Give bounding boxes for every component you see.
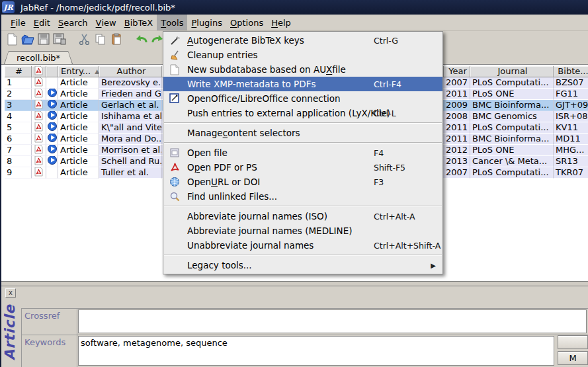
cut-button[interactable] — [77, 32, 93, 48]
undo-icon — [135, 34, 148, 46]
paste-button[interactable] — [108, 32, 124, 48]
keywords-field-wrap: software, metagenome, sequence M — [77, 335, 588, 367]
copy-button[interactable] — [93, 32, 108, 48]
cell-url[interactable] — [46, 111, 58, 122]
column-header-url[interactable] — [46, 66, 58, 77]
keywords-side-button-2[interactable]: M — [558, 351, 588, 365]
copy-icon — [95, 33, 106, 48]
paste-icon — [111, 33, 122, 48]
save-as-icon — [53, 33, 66, 47]
menubar-item-options[interactable]: Options — [226, 15, 267, 30]
menu-item-unabbreviate-journal-names[interactable]: Unabbreviate journal namesCtrl+Alt+Shift… — [163, 238, 442, 253]
save-database-button[interactable] — [36, 32, 52, 48]
title-bar: JR JabRef - /home/jedick/pdf/recoll.bib* — [0, 0, 588, 15]
cell-author: Ishihama et al... — [99, 111, 162, 122]
pdf-link-icon — [34, 100, 43, 111]
cell-url[interactable] — [46, 122, 58, 134]
column-header-pdf[interactable] — [32, 66, 46, 77]
wand-icon — [169, 34, 181, 46]
menu-item-manage-content-selectors[interactable]: Manage content selectors — [163, 126, 442, 140]
close-editor-button[interactable]: x — [5, 288, 16, 298]
crossref-input[interactable] — [78, 309, 587, 333]
menu-item-autogenerate-bibtex-keys[interactable]: Autogenerate BibTeX keysCtrl-G — [163, 33, 442, 48]
column-header-year[interactable]: Year — [444, 66, 470, 77]
cell-author: Gerlach et al. — [99, 100, 162, 111]
cell-journal: BMC Genomics — [470, 111, 554, 122]
entry-editor-panel: x Article Required fieldsOptional fields… — [1, 286, 588, 367]
column-header-entry[interactable]: Entry...▲ — [58, 66, 99, 77]
cell-url[interactable] — [46, 100, 58, 111]
menubar-item-file[interactable]: File — [7, 15, 30, 30]
undo-button[interactable] — [134, 32, 149, 48]
menubar-item-view[interactable]: View — [92, 15, 120, 30]
menu-item-open-file[interactable]: Open fileF4 — [163, 145, 442, 160]
menu-shortcut: F3 — [374, 177, 384, 187]
cell-pdf[interactable] — [32, 111, 46, 122]
cell-journal: PLoS ONE — [470, 89, 554, 100]
keywords-side-button-1[interactable] — [558, 335, 588, 349]
horizontal-splitter[interactable] — [1, 281, 588, 286]
column-header-journal[interactable]: Journal — [470, 66, 554, 77]
menubar-item-tools[interactable]: Tools — [157, 15, 187, 30]
bibtex-source-icon — [21, 295, 31, 306]
keywords-label: Keywords — [22, 335, 77, 367]
cell-journal: PLoS ONE — [470, 145, 554, 156]
cell-key: BZS07 — [554, 77, 588, 89]
menubar-item-bibtex[interactable]: BibTeX — [120, 15, 157, 30]
sort-ascending-icon: ▲ — [95, 66, 99, 77]
keywords-input[interactable]: software, metagenome, sequence — [78, 336, 554, 366]
cell-url[interactable] — [46, 156, 58, 167]
cell-pdf[interactable] — [32, 134, 46, 145]
editor-tab-inner: Optional fields — [24, 292, 40, 308]
cell-key: MHG... — [554, 145, 588, 156]
menu-item-find-unlinked-files[interactable]: Find unlinked Files... — [163, 189, 442, 204]
cell-entry: Article — [58, 100, 99, 111]
pdf-link-icon — [34, 156, 43, 167]
database-tab[interactable]: recoll.bib* — [4, 51, 73, 64]
menu-item-write-xmp-metadata-to-pdfs[interactable]: Write XMP-metadata to PDFsCtrl-F4 — [163, 77, 442, 91]
menubar-item-search[interactable]: Search — [54, 15, 92, 30]
field-color-square-icon — [34, 296, 42, 305]
menu-item-openoffice-libreoffice-connection[interactable]: OpenOffice/LibreOffice connection — [163, 91, 442, 106]
cell-pdf[interactable] — [32, 167, 46, 179]
column-header-author[interactable]: Author — [99, 66, 162, 77]
menu-item-abbreviate-journal-names-iso[interactable]: Abbreviate journal names (ISO)Ctrl+Alt-A — [163, 209, 442, 224]
save-as-button[interactable] — [52, 32, 67, 48]
cell-year: 2007 — [444, 77, 470, 89]
editor-tab-label: Required fields — [46, 296, 110, 306]
cell-url[interactable] — [46, 145, 58, 156]
cell-key: TKR07 — [554, 167, 588, 179]
new-file-button[interactable] — [4, 32, 20, 48]
field-color-square-icon — [28, 295, 37, 304]
menubar-item-edit[interactable]: Edit — [30, 15, 54, 30]
menu-item-abbreviate-journal-names-medline[interactable]: Abbreviate journal names (MEDLINE) — [163, 224, 442, 238]
menu-item-legacy-tools[interactable]: Legacy tools...▶ — [163, 258, 442, 272]
cell-num: 4 — [5, 111, 32, 122]
menu-shortcut: F4 — [374, 148, 384, 158]
cell-pdf[interactable] — [32, 89, 46, 100]
menu-bar: FileEditSearchViewBibTeXToolsPluginsOpti… — [1, 15, 588, 31]
cell-key: GJT+09 — [554, 100, 588, 111]
column-header-num[interactable]: # — [5, 66, 32, 77]
cell-num: 3 — [5, 100, 32, 111]
cell-pdf[interactable] — [32, 77, 46, 89]
menu-item-new-subdatabase-based-on-aux-file[interactable]: New subdatabase based on AUX file — [163, 62, 442, 77]
menubar-item-plugins[interactable]: Plugins — [187, 15, 226, 30]
column-header-key[interactable]: Bibte... — [554, 66, 588, 77]
cell-pdf[interactable] — [32, 122, 46, 134]
open-database-button[interactable] — [20, 32, 36, 48]
cell-url[interactable] — [46, 89, 58, 100]
menu-item-push-entries-to-external-application-lyx-kile[interactable]: Push entries to external application (Ly… — [163, 106, 442, 120]
menu-item-open-url-or-doi[interactable]: Open URL or DOIF3 — [163, 175, 442, 189]
cell-pdf[interactable] — [32, 100, 46, 111]
cell-url[interactable] — [46, 134, 58, 145]
url-link-icon — [48, 145, 57, 156]
keywords-input-wrap: software, metagenome, sequence — [77, 335, 556, 367]
menubar-item-help[interactable]: Help — [267, 15, 295, 30]
menu-item-cleanup-entries[interactable]: Cleanup entries — [163, 48, 442, 62]
menu-shortcut: Ctrl+Alt-A — [374, 212, 415, 222]
cell-pdf[interactable] — [32, 145, 46, 156]
menu-item-open-pdf-or-ps[interactable]: Open PDF or PSShift-F5 — [163, 160, 442, 175]
menu-shortcut: Ctrl+Alt+Shift-A — [374, 241, 441, 251]
cell-pdf[interactable] — [32, 156, 46, 167]
